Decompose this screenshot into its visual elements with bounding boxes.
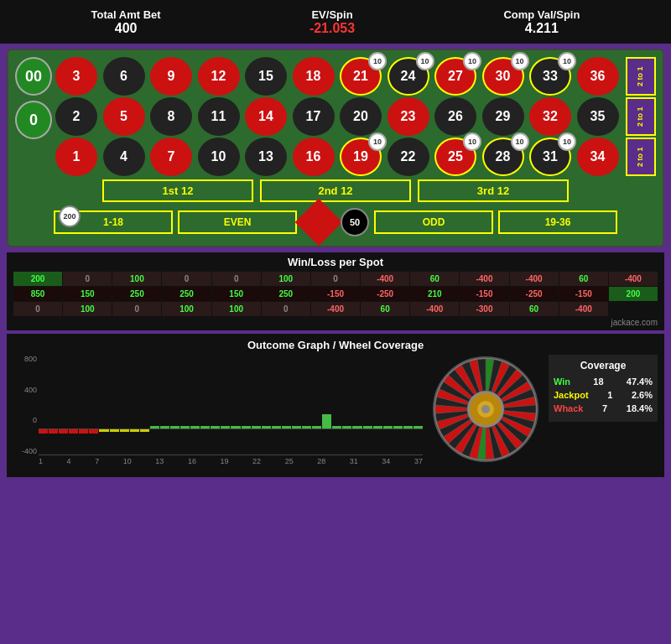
wl-cell: 210: [410, 287, 459, 301]
number-cell-35[interactable]: 35: [577, 97, 619, 136]
number-cell-10[interactable]: 10: [198, 138, 240, 176]
wl-cell: -150: [311, 287, 360, 301]
number-cell-34[interactable]: 34: [577, 138, 619, 176]
bar: [130, 429, 139, 432]
one-eighteen-btn[interactable]: 200 1-18: [54, 210, 173, 234]
win-pct: 47.4%: [627, 377, 653, 387]
winloss-section: Win/Loss per Spot 2000100001000-40060-40…: [7, 252, 664, 330]
wl-cell: 60: [410, 272, 459, 286]
number-cell-15[interactable]: 15: [245, 57, 287, 96]
number-cell-21[interactable]: 2110: [340, 57, 382, 96]
number-cell-14[interactable]: 14: [245, 97, 287, 136]
bar: [322, 414, 331, 429]
wl-cell: 250: [162, 287, 211, 301]
wl-cell: 100: [212, 302, 261, 316]
number-cell-25[interactable]: 2510: [434, 138, 476, 176]
coverage-win-row: Win 18 47.4%: [554, 377, 653, 387]
wl-cell: 150: [212, 287, 261, 301]
wheel: [431, 355, 540, 464]
wl-cell: 0: [212, 272, 261, 286]
total-amt-bet-value: 400: [91, 21, 161, 36]
number-cell-4[interactable]: 4: [103, 138, 145, 176]
number-cell-18[interactable]: 18: [293, 57, 335, 96]
number-cell-22[interactable]: 22: [388, 138, 429, 176]
number-cell-6[interactable]: 6: [103, 57, 145, 96]
comp-val-value: 4.211: [503, 21, 580, 36]
two-to-one-top[interactable]: 2 to 1: [626, 57, 656, 96]
wl-cell: 0: [162, 272, 211, 286]
jackpot-count: 1: [607, 390, 612, 400]
number-cell-32[interactable]: 32: [529, 97, 571, 136]
svg-point-3: [481, 405, 490, 413]
number-cell-11[interactable]: 11: [198, 97, 240, 136]
number-cell-29[interactable]: 29: [482, 97, 524, 136]
number-cell-2[interactable]: 2: [55, 97, 97, 136]
odd-btn[interactable]: ODD: [374, 210, 493, 234]
jackace-label: jackace.com: [13, 318, 658, 327]
wl-cell: 0: [311, 272, 360, 286]
number-cell-30[interactable]: 3010: [482, 57, 524, 96]
even-btn[interactable]: EVEN: [178, 210, 297, 234]
bar: [89, 429, 98, 434]
number-cell-33[interactable]: 3310: [529, 57, 571, 96]
bar: [120, 429, 129, 432]
wl-cell: -300: [460, 302, 508, 316]
coverage-whack-row: Whack 7 18.4%: [554, 403, 653, 413]
wl-cell: -250: [361, 287, 409, 301]
number-cell-28[interactable]: 2810: [482, 138, 524, 176]
number-cell-12[interactable]: 12: [198, 57, 240, 96]
wl-cell: 0: [262, 302, 310, 316]
number-cell-26[interactable]: 26: [434, 97, 476, 136]
number-cell-3[interactable]: 3: [55, 57, 97, 96]
graph-container: 800 400 0 -400 14710131619222528313437: [13, 355, 658, 472]
number-cell-8[interactable]: 8: [150, 97, 192, 136]
number-cell-36[interactable]: 36: [577, 57, 619, 96]
bar: [59, 429, 68, 434]
wl-cell: 0: [63, 272, 112, 286]
whack-pct: 18.4%: [627, 403, 653, 413]
nineteen-thirtysix-btn[interactable]: 19-36: [498, 210, 617, 234]
winloss-title: Win/Loss per Spot: [13, 256, 658, 268]
zero[interactable]: 0: [15, 101, 52, 139]
ev-spin-label: EV/Spin: [309, 8, 355, 21]
number-cell-7[interactable]: 7: [150, 138, 192, 176]
bar: [79, 429, 88, 434]
number-cell-9[interactable]: 9: [150, 57, 192, 96]
win-label: Win: [554, 377, 570, 387]
number-cell-1[interactable]: 1: [55, 138, 97, 176]
wl-cell: -150: [559, 287, 608, 301]
number-cell-27[interactable]: 2710: [434, 57, 476, 96]
comp-val-col: Comp Val/Spin 4.211: [503, 8, 580, 36]
number-cell-5[interactable]: 5: [103, 97, 145, 136]
number-cell-24[interactable]: 2410: [388, 57, 429, 96]
wl-cell: 0: [112, 302, 161, 316]
two-to-one-mid[interactable]: 2 to 1: [626, 97, 656, 136]
outside-row: 200 1-18 EVEN 50 ODD 19-36: [15, 205, 656, 239]
number-cell-19[interactable]: 1910: [340, 138, 382, 176]
wl-cell: -400: [510, 272, 559, 286]
fifty-chip-area[interactable]: 50: [341, 208, 369, 236]
number-cell-13[interactable]: 13: [245, 138, 287, 176]
number-cell-23[interactable]: 23: [388, 97, 429, 136]
number-cell-20[interactable]: 20: [340, 97, 382, 136]
dozen-row: 1st 12 2nd 12 3rd 12: [15, 179, 656, 202]
roulette-table: 00 0 36912151821102410271030103310362581…: [7, 49, 664, 247]
two-to-one-bot[interactable]: 2 to 1: [626, 138, 656, 176]
double-zero[interactable]: 00: [15, 57, 52, 96]
first-dozen[interactable]: 1st 12: [102, 179, 253, 202]
number-cell-31[interactable]: 3110: [529, 138, 571, 176]
wl-cell: 100: [112, 272, 161, 286]
whack-count: 7: [602, 403, 607, 413]
wl-cell: 60: [361, 302, 409, 316]
third-dozen[interactable]: 3rd 12: [418, 179, 569, 202]
bar: [69, 429, 78, 434]
number-cell-17[interactable]: 17: [293, 97, 335, 136]
coverage-jackpot-row: Jackpot 1 2.6%: [554, 390, 653, 400]
two-to-one-column: 2 to 1 2 to 1 2 to 1: [626, 57, 656, 176]
number-cell-16[interactable]: 16: [293, 138, 335, 176]
winloss-grid: 2000100001000-40060-400-40060-4008501502…: [13, 272, 658, 316]
comp-val-label: Comp Val/Spin: [503, 8, 580, 21]
wl-cell: 0: [13, 302, 62, 316]
second-dozen[interactable]: 2nd 12: [260, 179, 411, 202]
diamond-area[interactable]: [302, 205, 336, 239]
